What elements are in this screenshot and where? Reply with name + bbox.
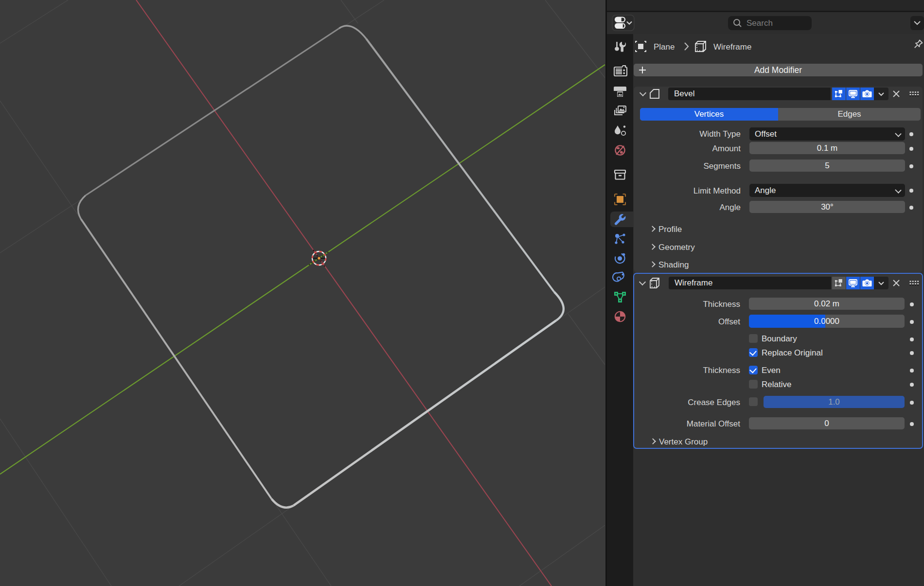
svg-text:Search: Search: [746, 18, 773, 28]
svg-text:Wireframe: Wireframe: [713, 42, 751, 52]
svg-text:Plane: Plane: [654, 42, 675, 52]
